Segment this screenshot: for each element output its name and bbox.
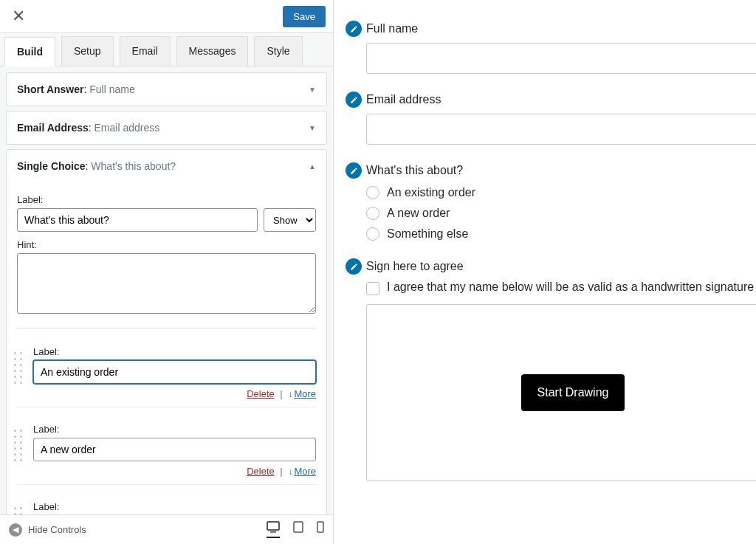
question-label: What's this about? [366, 164, 463, 177]
label-label: Label: [17, 194, 316, 205]
more-option-link[interactable]: More [294, 388, 316, 399]
svg-rect-3 [317, 522, 323, 532]
radio-icon [366, 186, 379, 199]
question-label: Email address [366, 93, 441, 106]
text-input[interactable] [366, 43, 756, 74]
radio-icon [366, 227, 379, 241]
option-label: Label: [33, 346, 316, 357]
hint-label: Hint: [17, 239, 316, 250]
edit-icon[interactable] [346, 258, 362, 275]
question-label: Sign here to agree [366, 260, 464, 273]
close-icon[interactable]: ✕ [7, 7, 30, 26]
hint-textarea[interactable] [17, 253, 316, 314]
field-title: What's this about? [91, 160, 176, 172]
chevron-up-icon: ▲ [309, 162, 316, 171]
svg-rect-2 [294, 522, 303, 532]
save-button[interactable]: Save [283, 6, 326, 27]
field-title: Email address [94, 122, 160, 134]
field-type: Single Choice [17, 160, 86, 172]
svg-rect-1 [270, 531, 276, 533]
option-input[interactable] [33, 438, 316, 461]
tab-messages[interactable]: Messages [176, 36, 249, 66]
device-switcher [267, 521, 324, 538]
card-body: Label: Show Hint: Label: [7, 182, 326, 514]
delete-option-link[interactable]: Delete [247, 466, 275, 477]
question-label: Full name [366, 22, 418, 35]
question-label-input[interactable] [17, 208, 258, 232]
option-item: Label: Delete | ↓More [17, 330, 316, 407]
customizer-panel: ✕ Save Build Setup Email Messages Style … [0, 0, 334, 544]
edit-icon[interactable] [346, 162, 362, 179]
options-list: Label: Delete | ↓More [17, 328, 316, 514]
panel-header: ✕ Save [0, 0, 333, 33]
tab-style[interactable]: Style [254, 36, 302, 66]
radio-option[interactable]: A new order [366, 207, 756, 220]
edit-icon[interactable] [346, 21, 362, 37]
svg-rect-0 [267, 522, 279, 530]
tablet-icon[interactable] [293, 521, 303, 538]
tab-build[interactable]: Build [4, 37, 55, 66]
field-card-single-choice: Single Choice: What's this about? ▲ Labe… [6, 149, 327, 514]
option-input[interactable] [33, 360, 316, 384]
preview-field-email: Email address [346, 92, 756, 145]
tabs: Build Setup Email Messages Style [0, 33, 333, 66]
field-type: Email Address [17, 122, 89, 134]
consent-checkbox-row[interactable]: I agree that my name below will be as va… [366, 280, 756, 295]
text-input[interactable] [366, 114, 756, 145]
option-item: Label: Delete | ↓More [17, 485, 316, 514]
panel-footer: ◀ Hide Controls [0, 514, 333, 544]
more-option-link[interactable]: More [294, 466, 316, 477]
preview-pane: Full name Email address What's this abou… [334, 0, 756, 544]
panel-body: Short Answer: Full name ▼ Email Address:… [0, 66, 333, 514]
card-header[interactable]: Email Address: Email address ▼ [7, 111, 326, 144]
option-label: Label: [33, 424, 316, 435]
delete-option-link[interactable]: Delete [247, 388, 275, 399]
field-type: Short Answer [17, 83, 84, 95]
collapse-arrow-icon: ◀ [9, 523, 22, 537]
option-label: Label: [33, 501, 316, 512]
card-header[interactable]: Single Choice: What's this about? ▲ [7, 150, 326, 182]
checkbox-icon [366, 282, 379, 295]
tab-email[interactable]: Email [120, 36, 171, 66]
chevron-down-icon: ▼ [309, 86, 316, 94]
radio-label: An existing order [387, 186, 475, 199]
start-drawing-button[interactable]: Start Drawing [521, 374, 625, 411]
mobile-icon[interactable] [317, 521, 324, 538]
consent-text: I agree that my name below will be as va… [387, 280, 756, 294]
edit-icon[interactable] [346, 92, 362, 108]
option-item: Label: Delete | ↓More [17, 407, 316, 485]
drag-handle-icon[interactable] [14, 430, 27, 456]
arrow-down-icon: ↓ [288, 466, 292, 477]
tab-setup[interactable]: Setup [61, 36, 114, 66]
radio-icon [366, 207, 379, 220]
field-card-short-answer: Short Answer: Full name ▼ [6, 72, 327, 106]
preview-field-fullname: Full name [346, 21, 756, 74]
radio-option[interactable]: An existing order [366, 186, 756, 199]
desktop-icon[interactable] [267, 521, 280, 538]
signature-area[interactable]: Start Drawing [366, 304, 756, 481]
field-card-email: Email Address: Email address ▼ [6, 111, 327, 145]
visibility-select[interactable]: Show [264, 208, 316, 232]
field-title: Full name [89, 83, 134, 95]
drag-handle-icon[interactable] [14, 507, 27, 514]
preview-field-choice: What's this about? An existing order A n… [346, 162, 756, 241]
card-header[interactable]: Short Answer: Full name ▼ [7, 73, 326, 106]
radio-option[interactable]: Something else [366, 227, 756, 241]
hide-controls-label: Hide Controls [28, 524, 86, 535]
chevron-down-icon: ▼ [309, 124, 316, 132]
radio-label: A new order [387, 207, 450, 220]
radio-label: Something else [387, 227, 468, 241]
hide-controls-button[interactable]: ◀ Hide Controls [9, 523, 86, 537]
arrow-down-icon: ↓ [288, 389, 292, 399]
preview-field-signature: Sign here to agree I agree that my name … [346, 258, 756, 481]
drag-handle-icon[interactable] [14, 352, 27, 379]
